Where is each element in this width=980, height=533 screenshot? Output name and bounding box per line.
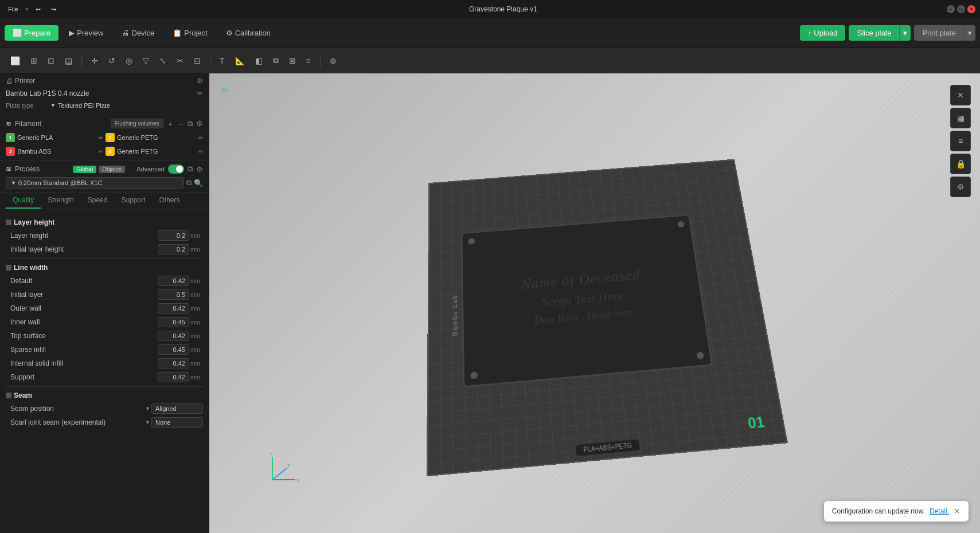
filament-edit-2[interactable]: ✏ bbox=[198, 135, 203, 141]
gravestone-object[interactable]: Name of Deceased Script Text Here Date B… bbox=[461, 214, 713, 387]
process-settings-btn[interactable]: ⚙ bbox=[196, 165, 203, 174]
tab-support[interactable]: Support bbox=[114, 193, 152, 209]
scarf-joint-select[interactable]: None bbox=[151, 417, 203, 428]
clone-btn[interactable]: ⧉ bbox=[270, 53, 282, 68]
layers-btn[interactable]: ▦ bbox=[950, 108, 971, 128]
filament-copy-btn[interactable]: ⧉ bbox=[188, 119, 193, 128]
remove-filament-button[interactable]: − bbox=[177, 119, 184, 128]
rotate-btn[interactable]: ↺ bbox=[105, 54, 119, 68]
add-filament-button[interactable]: + bbox=[167, 119, 174, 128]
line-width-group-title: Line width bbox=[14, 264, 48, 272]
printer-title: 🖨 Printer bbox=[6, 77, 35, 85]
filament-edit-3[interactable]: ✏ bbox=[99, 148, 103, 155]
snap-btn[interactable]: ◧ bbox=[252, 54, 266, 68]
close-plate-btn[interactable]: ✕ bbox=[950, 85, 971, 105]
top-view-btn[interactable]: ⊡ bbox=[44, 54, 58, 68]
tab-strength[interactable]: Strength bbox=[41, 193, 80, 209]
layer-height-label: Layer height bbox=[6, 232, 158, 240]
corner-screw-tl bbox=[468, 238, 475, 245]
canvas-edit-icon[interactable]: ✏ bbox=[221, 85, 228, 96]
default-input[interactable]: 0.42 bbox=[158, 276, 189, 286]
outer-wall-input[interactable]: 0.42 bbox=[158, 303, 189, 313]
undo-btn[interactable]: ↩ bbox=[32, 5, 44, 14]
preset-name-display[interactable]: ▼ 0.20mm Standard @BBL X1C bbox=[6, 177, 184, 189]
tab-speed[interactable]: Speed bbox=[81, 193, 115, 209]
inner-wall-input[interactable]: 0.45 bbox=[158, 317, 189, 327]
flushing-volumes-button[interactable]: Flushing volumes bbox=[111, 119, 163, 128]
filament-color-1: 1 bbox=[6, 133, 15, 142]
paint-btn[interactable]: ◎ bbox=[122, 54, 136, 68]
tab-quality[interactable]: Quality bbox=[6, 193, 41, 209]
corner-screw-br bbox=[696, 352, 704, 359]
layer-height-group-icon bbox=[6, 220, 11, 225]
badge-objects[interactable]: Objects bbox=[99, 166, 125, 173]
printer-gear-icon[interactable]: ⚙ bbox=[197, 77, 203, 85]
advanced-toggle[interactable] bbox=[168, 164, 184, 174]
arrange-btn[interactable]: ⊠ bbox=[286, 54, 299, 68]
initial-layer-height-value: 0.2 mm bbox=[158, 244, 203, 254]
support-btn[interactable]: ▽ bbox=[139, 54, 153, 68]
coordinate-axes: Y X Z bbox=[267, 451, 301, 487]
tab-others[interactable]: Others bbox=[152, 193, 186, 209]
close-btn[interactable]: ✕ bbox=[967, 5, 975, 13]
objects-panel-btn[interactable]: ≡ bbox=[950, 131, 971, 151]
project-icon: 📋 bbox=[173, 29, 182, 37]
tab-project[interactable]: 📋 Project bbox=[165, 25, 215, 41]
cube-view-btn[interactable]: ⬜ bbox=[7, 54, 24, 68]
inner-wall-value: 0.45 mm bbox=[158, 317, 203, 327]
initial-layer-input[interactable]: 0.5 bbox=[158, 289, 189, 300]
flatten-btn[interactable]: ⊟ bbox=[190, 54, 204, 68]
3d-toolbar: ⬜ ⊞ ⊡ ▤ ✛ ↺ ◎ ▽ ⤡ ✂ ⊟ T 📐 ◧ ⧉ ⊠ ≡ ⊕ bbox=[0, 48, 980, 73]
notification-link[interactable]: Detail. bbox=[930, 507, 949, 515]
seam-group-title: Seam bbox=[14, 391, 32, 399]
layer-btn[interactable]: ≡ bbox=[303, 54, 314, 68]
sparse-infill-input[interactable]: 0.45 bbox=[158, 344, 189, 355]
move-btn[interactable]: ✛ bbox=[88, 54, 101, 68]
print-button[interactable]: Print plate bbox=[914, 25, 964, 41]
tab-prepare[interactable]: ⬜ Prepare bbox=[5, 25, 58, 41]
tab-device[interactable]: 🖨 Device bbox=[114, 25, 163, 41]
slice-button[interactable]: Slice plate bbox=[849, 25, 899, 41]
notification-close-btn[interactable]: ✕ bbox=[954, 507, 961, 516]
axes-svg: Y X Z bbox=[267, 451, 301, 485]
printer-edit-icon[interactable]: ✏ bbox=[197, 89, 203, 97]
process-copy-btn[interactable]: ⧉ bbox=[188, 164, 193, 174]
sidebar: 🖨 Printer ⚙ Bambu Lab P1S 0.4 nozzle ✏ P… bbox=[0, 73, 209, 533]
internal-solid-infill-input[interactable]: 0.42 bbox=[158, 358, 189, 369]
initial-layer-height-input[interactable]: 0.2 bbox=[158, 244, 189, 254]
cut-btn[interactable]: ✂ bbox=[173, 54, 187, 68]
tab-preview[interactable]: ▶ Preview bbox=[61, 25, 111, 41]
filament-settings-btn[interactable]: ⚙ bbox=[196, 119, 203, 128]
measure-btn[interactable]: 📐 bbox=[232, 54, 248, 68]
preset-copy-icon[interactable]: ⧉ bbox=[186, 178, 192, 187]
badge-global[interactable]: Global bbox=[73, 166, 96, 173]
list-view-btn[interactable]: ▤ bbox=[61, 54, 76, 68]
toolbar-actions: ↑ Upload Slice plate ▾ Print plate ▾ bbox=[800, 25, 975, 41]
filament-edit-1[interactable]: ✏ bbox=[99, 135, 103, 141]
seam-position-select[interactable]: Aligned bbox=[151, 403, 203, 414]
tab-calibration[interactable]: ⚙ Calibration bbox=[218, 25, 279, 41]
default-unit: mm bbox=[190, 278, 203, 284]
preset-search-icon[interactable]: 🔍 bbox=[194, 179, 203, 187]
filament-color-4: 4 bbox=[106, 147, 115, 156]
filament-edit-4[interactable]: ✏ bbox=[198, 148, 203, 155]
layer-height-input[interactable]: 0.2 bbox=[158, 230, 189, 241]
scale-btn[interactable]: ⤡ bbox=[156, 54, 170, 68]
text-btn[interactable]: T bbox=[216, 54, 228, 68]
filament-name-2: Generic PETG bbox=[117, 134, 196, 141]
minimize-btn[interactable]: − bbox=[947, 5, 955, 13]
top-surface-input[interactable]: 0.42 bbox=[158, 331, 189, 341]
lock-btn[interactable]: 🔒 bbox=[950, 154, 971, 174]
slice-dropdown[interactable]: ▾ bbox=[899, 25, 911, 41]
initial-layer-unit: mm bbox=[190, 292, 203, 298]
redo-btn[interactable]: ↪ bbox=[48, 5, 60, 14]
support-input[interactable]: 0.42 bbox=[158, 372, 189, 382]
file-menu[interactable]: File bbox=[5, 5, 22, 14]
more-btn[interactable]: ⊕ bbox=[326, 54, 340, 68]
print-dropdown[interactable]: ▾ bbox=[964, 25, 975, 41]
settings-panel-btn[interactable]: ⚙ bbox=[950, 177, 971, 197]
plate-type-value[interactable]: ▼ Textured PEI Plate bbox=[50, 102, 110, 109]
upload-button[interactable]: ↑ Upload bbox=[800, 25, 846, 41]
maximize-btn[interactable]: □ bbox=[957, 5, 965, 13]
grid-view-btn[interactable]: ⊞ bbox=[27, 54, 41, 68]
